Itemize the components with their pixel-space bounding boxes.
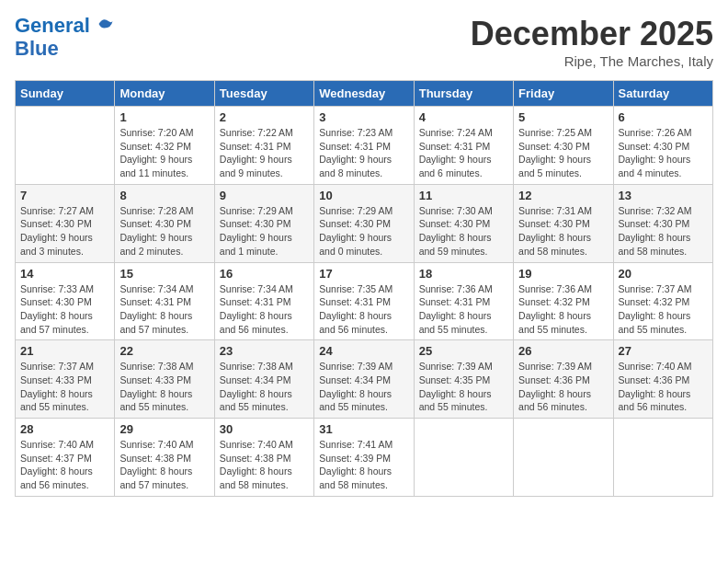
cell-content: Sunrise: 7:38 AM Sunset: 4:34 PM Dayligh… [220, 360, 309, 414]
day-number: 20 [619, 267, 708, 281]
day-number: 10 [319, 189, 408, 202]
day-number: 24 [319, 344, 408, 358]
day-number: 12 [518, 189, 608, 202]
cell-content: Sunrise: 7:29 AM Sunset: 4:30 PM Dayligh… [220, 204, 309, 259]
cell-content: Sunrise: 7:29 AM Sunset: 4:30 PM Dayligh… [319, 204, 408, 259]
day-number: 4 [419, 110, 508, 124]
logo-text: General [15, 15, 114, 37]
day-number: 30 [220, 422, 309, 436]
header: General Blue December 2025 Ripe, The Mar… [15, 15, 713, 69]
day-number: 17 [319, 267, 408, 281]
day-number: 8 [119, 189, 209, 202]
cell-4-2: 30Sunrise: 7:40 AM Sunset: 4:38 PM Dayli… [214, 419, 313, 497]
cell-1-2: 9Sunrise: 7:29 AM Sunset: 4:30 PM Daylig… [214, 184, 313, 262]
cell-content: Sunrise: 7:20 AM Sunset: 4:32 PM Dayligh… [119, 126, 209, 180]
cell-content: Sunrise: 7:27 AM Sunset: 4:30 PM Dayligh… [20, 204, 109, 259]
cell-4-4 [414, 419, 513, 497]
cell-4-1: 29Sunrise: 7:40 AM Sunset: 4:38 PM Dayli… [115, 419, 214, 497]
day-number: 23 [220, 344, 309, 358]
cell-content: Sunrise: 7:40 AM Sunset: 4:37 PM Dayligh… [20, 438, 109, 492]
day-number: 21 [20, 344, 109, 358]
header-wednesday: Wednesday [314, 81, 414, 107]
week-row-1: 7Sunrise: 7:27 AM Sunset: 4:30 PM Daylig… [16, 184, 713, 262]
day-number: 14 [20, 267, 109, 281]
day-number: 3 [319, 110, 408, 124]
day-number: 2 [220, 110, 309, 124]
day-number: 26 [518, 344, 608, 358]
cell-2-6: 20Sunrise: 7:37 AM Sunset: 4:32 PM Dayli… [613, 262, 712, 340]
header-friday: Friday [514, 81, 613, 107]
header-row: SundayMondayTuesdayWednesdayThursdayFrid… [16, 81, 713, 107]
cell-content: Sunrise: 7:31 AM Sunset: 4:30 PM Dayligh… [518, 204, 608, 259]
logo-line2: Blue [15, 37, 114, 61]
day-number: 13 [619, 189, 708, 202]
cell-4-0: 28Sunrise: 7:40 AM Sunset: 4:37 PM Dayli… [16, 419, 115, 497]
cell-3-0: 21Sunrise: 7:37 AM Sunset: 4:33 PM Dayli… [16, 340, 115, 419]
cell-3-2: 23Sunrise: 7:38 AM Sunset: 4:34 PM Dayli… [214, 340, 313, 419]
cell-0-2: 2Sunrise: 7:22 AM Sunset: 4:31 PM Daylig… [214, 107, 313, 185]
cell-0-0 [16, 107, 115, 185]
day-number: 9 [220, 189, 309, 202]
day-number: 11 [419, 189, 508, 202]
cell-content: Sunrise: 7:37 AM Sunset: 4:32 PM Dayligh… [619, 282, 708, 337]
month-title: December 2025 [471, 15, 713, 53]
day-number: 6 [619, 110, 708, 124]
cell-3-1: 22Sunrise: 7:38 AM Sunset: 4:33 PM Dayli… [115, 340, 214, 419]
cell-0-5: 5Sunrise: 7:25 AM Sunset: 4:30 PM Daylig… [514, 107, 613, 185]
cell-content: Sunrise: 7:23 AM Sunset: 4:31 PM Dayligh… [319, 126, 408, 180]
cell-1-0: 7Sunrise: 7:27 AM Sunset: 4:30 PM Daylig… [16, 184, 115, 262]
week-row-4: 28Sunrise: 7:40 AM Sunset: 4:37 PM Dayli… [16, 419, 713, 497]
cell-1-1: 8Sunrise: 7:28 AM Sunset: 4:30 PM Daylig… [115, 184, 214, 262]
cell-content: Sunrise: 7:34 AM Sunset: 4:31 PM Dayligh… [119, 282, 209, 337]
cell-3-6: 27Sunrise: 7:40 AM Sunset: 4:36 PM Dayli… [613, 340, 712, 419]
cell-0-1: 1Sunrise: 7:20 AM Sunset: 4:32 PM Daylig… [115, 107, 214, 185]
calendar-table: SundayMondayTuesdayWednesdayThursdayFrid… [15, 80, 713, 497]
cell-content: Sunrise: 7:40 AM Sunset: 4:36 PM Dayligh… [619, 360, 708, 414]
cell-1-6: 13Sunrise: 7:32 AM Sunset: 4:30 PM Dayli… [613, 184, 712, 262]
day-number: 5 [518, 110, 608, 124]
cell-content: Sunrise: 7:39 AM Sunset: 4:35 PM Dayligh… [419, 360, 508, 414]
header-sunday: Sunday [16, 81, 115, 107]
week-row-2: 14Sunrise: 7:33 AM Sunset: 4:30 PM Dayli… [16, 262, 713, 340]
day-number: 27 [619, 344, 708, 358]
cell-content: Sunrise: 7:30 AM Sunset: 4:30 PM Dayligh… [419, 204, 508, 259]
logo: General Blue [15, 15, 114, 61]
cell-0-6: 6Sunrise: 7:26 AM Sunset: 4:30 PM Daylig… [613, 107, 712, 185]
cell-content: Sunrise: 7:39 AM Sunset: 4:36 PM Dayligh… [518, 360, 608, 414]
cell-1-3: 10Sunrise: 7:29 AM Sunset: 4:30 PM Dayli… [314, 184, 414, 262]
day-number: 1 [119, 110, 209, 124]
header-tuesday: Tuesday [214, 81, 313, 107]
day-number: 28 [20, 422, 109, 436]
cell-2-0: 14Sunrise: 7:33 AM Sunset: 4:30 PM Dayli… [16, 262, 115, 340]
cell-3-5: 26Sunrise: 7:39 AM Sunset: 4:36 PM Dayli… [514, 340, 613, 419]
cell-content: Sunrise: 7:36 AM Sunset: 4:31 PM Dayligh… [419, 282, 508, 337]
cell-1-4: 11Sunrise: 7:30 AM Sunset: 4:30 PM Dayli… [414, 184, 513, 262]
day-number: 29 [119, 422, 209, 436]
day-number: 15 [119, 267, 209, 281]
header-monday: Monday [115, 81, 214, 107]
cell-2-2: 16Sunrise: 7:34 AM Sunset: 4:31 PM Dayli… [214, 262, 313, 340]
cell-content: Sunrise: 7:32 AM Sunset: 4:30 PM Dayligh… [619, 204, 708, 259]
day-number: 18 [419, 267, 508, 281]
cell-content: Sunrise: 7:39 AM Sunset: 4:34 PM Dayligh… [319, 360, 408, 414]
cell-content: Sunrise: 7:40 AM Sunset: 4:38 PM Dayligh… [119, 438, 209, 492]
cell-4-6 [613, 419, 712, 497]
day-number: 22 [119, 344, 209, 358]
cell-2-5: 19Sunrise: 7:36 AM Sunset: 4:32 PM Dayli… [514, 262, 613, 340]
cell-2-4: 18Sunrise: 7:36 AM Sunset: 4:31 PM Dayli… [414, 262, 513, 340]
cell-content: Sunrise: 7:33 AM Sunset: 4:30 PM Dayligh… [20, 282, 109, 337]
day-number: 19 [518, 267, 608, 281]
cell-content: Sunrise: 7:25 AM Sunset: 4:30 PM Dayligh… [518, 126, 608, 180]
title-block: December 2025 Ripe, The Marches, Italy [471, 15, 713, 69]
cell-0-4: 4Sunrise: 7:24 AM Sunset: 4:31 PM Daylig… [414, 107, 513, 185]
day-number: 16 [220, 267, 309, 281]
cell-content: Sunrise: 7:40 AM Sunset: 4:38 PM Dayligh… [220, 438, 309, 492]
cell-content: Sunrise: 7:26 AM Sunset: 4:30 PM Dayligh… [619, 126, 708, 180]
cell-4-5 [514, 419, 613, 497]
cell-content: Sunrise: 7:24 AM Sunset: 4:31 PM Dayligh… [419, 126, 508, 180]
location-title: Ripe, The Marches, Italy [471, 53, 713, 69]
cell-3-3: 24Sunrise: 7:39 AM Sunset: 4:34 PM Dayli… [314, 340, 414, 419]
cell-content: Sunrise: 7:34 AM Sunset: 4:31 PM Dayligh… [220, 282, 309, 337]
week-row-3: 21Sunrise: 7:37 AM Sunset: 4:33 PM Dayli… [16, 340, 713, 419]
cell-2-3: 17Sunrise: 7:35 AM Sunset: 4:31 PM Dayli… [314, 262, 414, 340]
